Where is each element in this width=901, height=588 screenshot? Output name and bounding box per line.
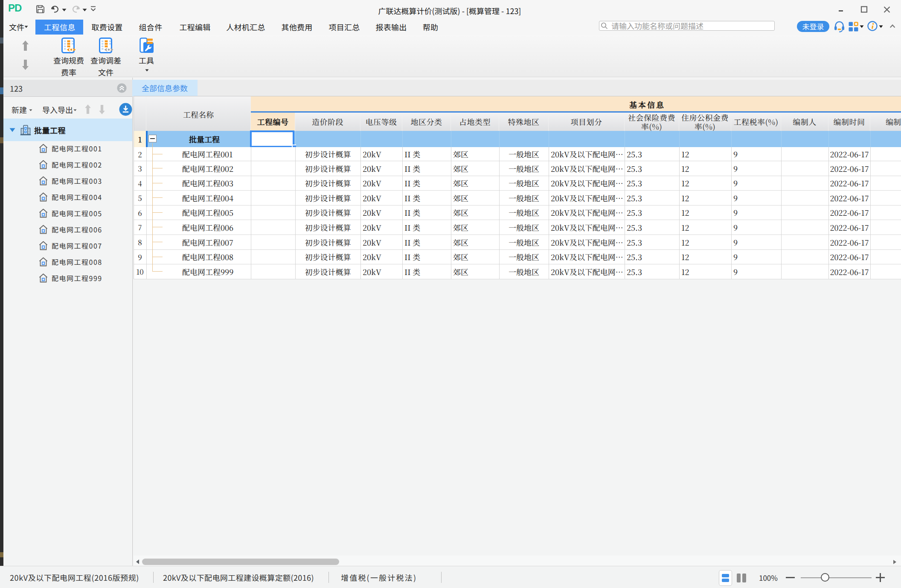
- svg-text:PD: PD: [9, 3, 22, 13]
